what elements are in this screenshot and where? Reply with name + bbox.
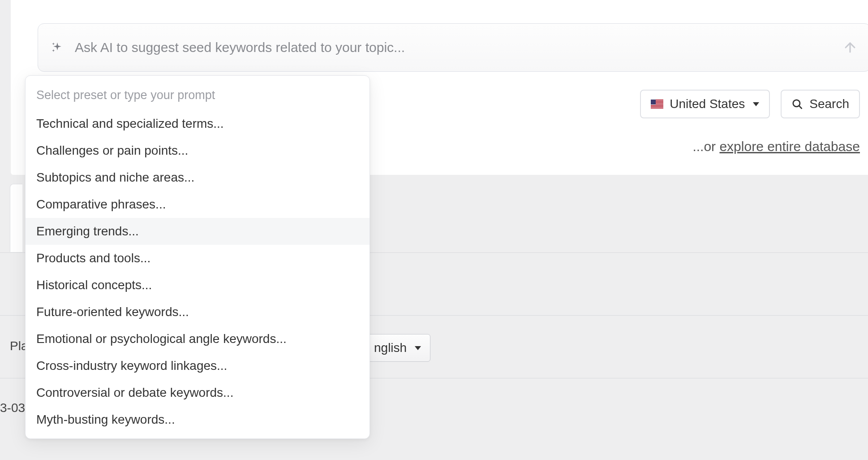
preset-option[interactable]: Cross-industry keyword linkages... xyxy=(26,352,370,379)
arrow-up-icon[interactable] xyxy=(842,40,858,55)
chevron-down-icon xyxy=(753,102,759,106)
country-selector-label: United States xyxy=(670,97,745,111)
language-selector-label: nglish xyxy=(374,341,407,355)
preset-option[interactable]: Technical and specialized terms... xyxy=(26,110,370,137)
preset-dropdown: Select preset or type your prompt Techni… xyxy=(25,75,370,439)
bg-date-fragment: 3-03 xyxy=(0,401,25,415)
ai-prompt-input-wrapper[interactable] xyxy=(38,23,868,72)
language-selector[interactable]: nglish xyxy=(365,334,430,362)
preset-option[interactable]: Comparative phrases... xyxy=(26,191,370,218)
search-icon xyxy=(791,98,803,110)
explore-database-link[interactable]: explore entire database xyxy=(719,139,860,154)
controls-right: United States Search xyxy=(640,90,860,118)
svg-line-1 xyxy=(799,106,802,108)
preset-option[interactable]: Historical concepts... xyxy=(26,272,370,299)
flag-us-icon xyxy=(651,100,663,108)
explore-prefix: ...or xyxy=(692,139,719,154)
explore-row: ...or explore entire database xyxy=(692,139,860,154)
search-button[interactable]: Search xyxy=(781,90,860,118)
search-button-label: Search xyxy=(809,97,849,111)
preset-option[interactable]: Myth-busting keywords... xyxy=(26,406,370,433)
chevron-down-icon xyxy=(415,346,421,350)
preset-option[interactable]: Emotional or psychological angle keyword… xyxy=(26,325,370,352)
sparkle-icon xyxy=(51,41,64,54)
country-selector[interactable]: United States xyxy=(640,90,770,118)
preset-option[interactable]: Products and tools... xyxy=(26,245,370,272)
main-container: United States Search ...or explore entir… xyxy=(0,0,868,460)
tab-stub xyxy=(10,184,22,252)
preset-option[interactable]: Subtopics and niche areas... xyxy=(26,164,370,191)
preset-option[interactable]: Challenges or pain points... xyxy=(26,137,370,164)
preset-option[interactable]: Controversial or debate keywords... xyxy=(26,379,370,406)
preset-dropdown-header: Select preset or type your prompt xyxy=(26,85,370,110)
ai-prompt-input[interactable] xyxy=(75,40,842,55)
preset-option[interactable]: Emerging trends... xyxy=(26,218,370,245)
preset-option[interactable]: Future-oriented keywords... xyxy=(26,299,370,325)
